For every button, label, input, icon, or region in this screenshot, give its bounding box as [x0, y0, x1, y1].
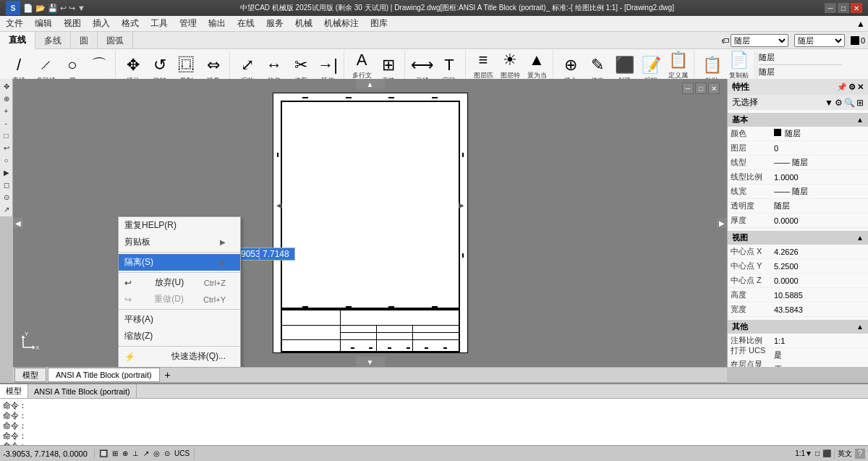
menu-tools[interactable]: 工具 [145, 16, 174, 32]
annotation-scale-icon[interactable]: 1:1▼ [795, 449, 812, 457]
tb-mark2 [369, 347, 373, 349]
nav-top[interactable]: ▲ [356, 79, 385, 89]
menu-manage[interactable]: 管理 [174, 16, 203, 32]
props-displayin-value: 否 [771, 364, 868, 367]
sb-sep3 [834, 449, 835, 459]
lt-3dorbit[interactable]: ↗ [1, 203, 12, 215]
ctx-isolate[interactable]: 隔离(S) ▶ [119, 254, 240, 271]
ctx-zoom[interactable]: 缩放(Z) [119, 328, 240, 344]
minimize-button[interactable]: ─ [825, 3, 836, 13]
title-block [281, 309, 460, 352]
ctx-calculator[interactable]: 🔢 快速计算器(L) Ctrl+8 [119, 365, 240, 367]
lt-showmotion[interactable]: ▶ [1, 166, 12, 178]
ctx-clipboard[interactable]: 剪贴板 ▶ [119, 234, 240, 250]
redo-icon[interactable]: ↪ [69, 4, 75, 13]
new-icon[interactable]: 📄 [23, 4, 33, 13]
open-icon[interactable]: 📂 [35, 4, 46, 13]
props-sel-down[interactable]: ▼ [825, 98, 833, 108]
nav-bottom[interactable]: ▼ [356, 357, 385, 367]
quick-access-toolbar: 📄 📂 💾 ↩ ↪ ▼ [23, 4, 85, 13]
menu-format[interactable]: 格式 [116, 16, 145, 32]
props-settings[interactable]: ⚙ [848, 83, 856, 92]
drawing-area[interactable]: ◀ ▶ ▲ ▼ ◀ ▶ [13, 79, 727, 367]
ctx-undo[interactable]: ↩ 放弃(U) Ctrl+Z [119, 274, 240, 291]
menu-mech-dim[interactable]: 机械标注 [318, 16, 365, 32]
props-transparency-row: 透明度 随层 [728, 199, 868, 213]
props-linetype-value: —— 随层 [771, 157, 868, 168]
more-icon[interactable]: ▼ [77, 4, 85, 13]
sb-sep2 [194, 449, 195, 459]
props-displayin-label: 在层点显示 ... [728, 359, 771, 368]
nav-right[interactable]: ▶ [717, 218, 727, 228]
lt-pan[interactable]: ✥ [1, 80, 12, 92]
paste-icon: 📋 [702, 56, 722, 75]
menu-online[interactable]: 在线 [231, 16, 260, 32]
menu-insert[interactable]: 插入 [87, 16, 116, 32]
props-sel-filter[interactable]: ⊞ [856, 98, 864, 108]
linetype-dropdown[interactable]: 随层 [794, 34, 845, 47]
lt-zoom-in[interactable]: + [1, 105, 12, 117]
dtab-ansi[interactable]: ANSI A Title Block (portrait) [48, 368, 160, 382]
undo-icon[interactable]: ↩ [60, 4, 67, 13]
cmd-tab-model[interactable]: 模型 [0, 384, 28, 398]
props-close[interactable]: ✕ [857, 83, 864, 92]
nav-left[interactable]: ◀ [13, 218, 23, 228]
props-thickness-value: 0.0000 [771, 216, 868, 225]
ribbon-tab-home[interactable]: 直线 [0, 32, 35, 49]
lt-viewcube[interactable]: ◻ [1, 179, 12, 190]
coord-input-2[interactable]: 7.7148 [259, 248, 295, 261]
viewport-icon: □ [815, 449, 820, 457]
ribbon-tab-arc[interactable]: 圆弧 [98, 32, 133, 49]
save-icon[interactable]: 💾 [48, 4, 58, 13]
props-pin[interactable]: 📌 [837, 83, 847, 92]
lt-zoom-out[interactable]: - [1, 117, 12, 129]
props-sel-settings[interactable]: ⚙ [835, 98, 843, 108]
props-width-label: 宽度 [728, 304, 771, 315]
props-view-header[interactable]: 视图 ▲ [728, 231, 868, 245]
close-button[interactable]: ✕ [851, 3, 862, 13]
snap-icon: ⊕ [122, 449, 128, 457]
lang-indicator[interactable]: 英文 [838, 449, 852, 459]
lt-zoom-prev[interactable]: ↩ [1, 142, 12, 153]
menu-file[interactable]: 文件 [0, 16, 29, 32]
trim-icon: ✂ [294, 56, 307, 75]
layer-icon: 🏷 [721, 36, 729, 45]
cmd-tab-layout[interactable]: ANSI A Title Block (portrait) [28, 384, 137, 398]
props-linewidth-value: —— 随层 [771, 186, 868, 197]
lt-zoom-window[interactable]: □ [1, 130, 12, 141]
view-restore[interactable]: □ [695, 83, 707, 94]
lt-zoom-extent[interactable]: ⊕ [1, 93, 12, 104]
ctx-pan[interactable]: 平移(A) [119, 311, 240, 328]
props-basic-header[interactable]: 基本 ▲ [728, 113, 868, 127]
arc-icon: ⌒ [91, 54, 107, 76]
ribbon-tab-multiline[interactable]: 多线 [35, 32, 71, 49]
props-cz-row: 中心点 Z 0.0000 [728, 274, 868, 288]
linetype-area: 随层 [791, 32, 848, 48]
props-other-header[interactable]: 其他 ▲ [728, 320, 868, 334]
lt-navsbar[interactable]: ⊙ [1, 191, 12, 203]
menu-edit[interactable]: 编辑 [29, 16, 58, 32]
ucs-sb-icon: UCS [174, 449, 190, 457]
help-btn[interactable]: ? [855, 449, 865, 459]
view-close[interactable]: ✕ [708, 83, 720, 94]
ctx-quickselect[interactable]: ⚡ 快速选择(Q)... [119, 348, 240, 365]
view-minimize[interactable]: ─ [682, 83, 694, 94]
lt-orbit[interactable]: ○ [1, 154, 12, 166]
menu-output[interactable]: 输出 [203, 16, 231, 32]
ctx-repeat-help[interactable]: 重复HELP(R) [119, 217, 240, 234]
ribbon-toggle[interactable]: ▲ [856, 19, 865, 29]
menu-service[interactable]: 服务 [260, 16, 289, 32]
ctx-undo-label: 放弃(U) [155, 276, 184, 289]
ribbon-tab-circle[interactable]: 圆 [71, 32, 98, 49]
props-sel-search[interactable]: 🔍 [844, 98, 855, 108]
inner-nav-right[interactable]: ▶ [459, 201, 464, 209]
menu-library[interactable]: 图库 [365, 16, 393, 32]
dtab-add[interactable]: + [161, 368, 174, 381]
dtab-model[interactable]: 模型 [14, 368, 46, 382]
props-layer-label: 图层 [728, 143, 771, 153]
maximize-button[interactable]: □ [838, 3, 849, 13]
inner-nav-left[interactable]: ◀ [276, 201, 282, 209]
menu-mechanical[interactable]: 机械 [289, 16, 318, 32]
layer-dropdown[interactable]: 随层 [731, 34, 788, 47]
menu-view[interactable]: 视图 [58, 16, 87, 32]
